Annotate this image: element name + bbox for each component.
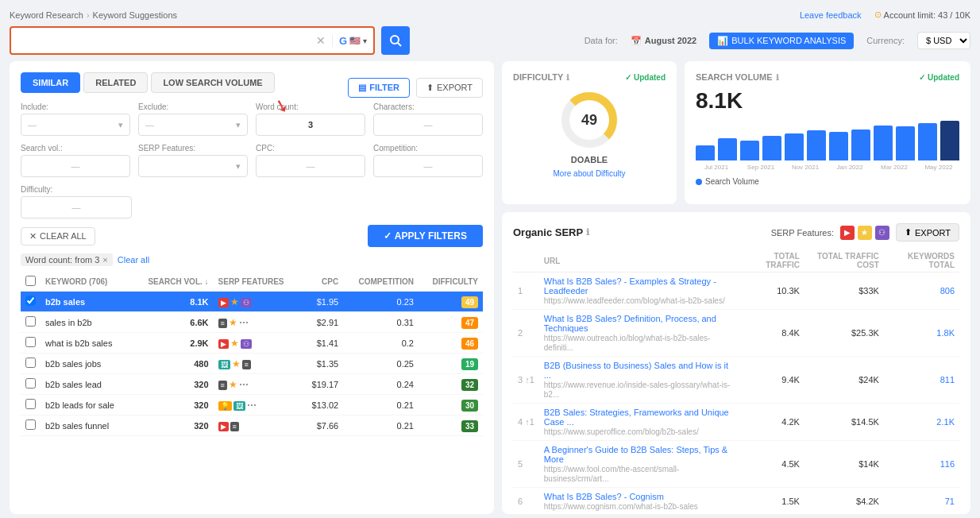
characters-filter: Characters: — (373, 102, 483, 136)
serp-row-traffic-cost: $24K (804, 357, 884, 404)
difficulty-cell: 47 (419, 312, 483, 333)
search-vol-input[interactable]: — (21, 155, 130, 177)
serp-link[interactable]: What Is B2B Sales? - Examples & Strategy… (544, 276, 737, 296)
serp-link[interactable]: B2B (Business to Business) Sales and How… (544, 361, 737, 380)
upload-icon: ⬆ (426, 83, 434, 93)
row-checkbox[interactable] (25, 358, 36, 368)
filter-export: ▤ FILTER ⬆ EXPORT (348, 78, 483, 98)
keyword-table: KEYWORD (706) SEARCH VOL. ↓ SERP FEATURE… (21, 273, 483, 436)
row-checkbox[interactable] (25, 337, 36, 347)
bar-chart: Jul 2021Sep 2021Nov 2021Jan 2022Mar 2022… (696, 118, 959, 174)
chart-bar (718, 138, 737, 160)
serp-info-icon: ℹ (586, 227, 589, 238)
search-box: b2b sales ✕ G 🇺🇸 ▾ (10, 26, 375, 55)
leave-feedback-link[interactable]: Leave feedback (800, 10, 862, 20)
tabs-row: SIMILAR RELATED LOW SEARCH VOLUME ▤ FILT… (21, 72, 483, 102)
serp-row-keywords: 71 (884, 488, 959, 515)
keyword-cell[interactable]: b2b sales funnel (41, 416, 132, 436)
serp-row-num: 6 (513, 488, 539, 515)
data-for-value: August 2022 (645, 36, 696, 45)
google-flag[interactable]: G 🇺🇸 ▾ (332, 35, 367, 47)
top-right-controls: Data for: 📅 August 2022 📊 BULK KEYWORD A… (585, 32, 970, 49)
chart-label: May 2022 (918, 164, 959, 171)
filter-button[interactable]: ▤ FILTER (348, 78, 410, 98)
clear-all-button[interactable]: ✕ CLEAR ALL (21, 227, 95, 245)
include-dropdown[interactable]: — ▾ (21, 114, 130, 136)
serp-yt-icon: ▶ (840, 226, 855, 240)
keyword-cell[interactable]: b2b sales lead (41, 374, 132, 395)
serp-features-filter: SERP Features: ▾ (138, 144, 248, 177)
serp-row-traffic: 9.4K (742, 357, 804, 404)
serp-link[interactable]: What Is B2B Sales? - Cognism (544, 492, 737, 501)
x-icon: ✕ (29, 231, 37, 242)
serp-col-url: URL (539, 249, 742, 273)
serp-link[interactable]: What Is B2B Sales? Definition, Process, … (544, 314, 737, 333)
word-count-chip: Word count: from 3 × (21, 253, 113, 266)
serp-link[interactable]: B2B Sales: Strategies, Frameworks and Un… (544, 408, 737, 427)
word-count-input[interactable]: 3 (256, 114, 365, 136)
serp-row-url: B2B (Business to Business) Sales and How… (539, 357, 742, 404)
chart-bar (896, 126, 915, 160)
difficulty-cell: 32 (419, 374, 483, 395)
serp-col-traffic-cost: TOTAL TRAFFIC COST (804, 249, 884, 273)
keyword-cell[interactable]: sales in b2b (41, 312, 132, 333)
clear-search-icon[interactable]: ✕ (316, 34, 326, 47)
serp-features-dropdown[interactable]: ▾ (138, 155, 248, 177)
keyword-cell[interactable]: b2b sales (41, 292, 132, 312)
row-checkbox[interactable] (25, 296, 36, 306)
cpc-cell: $1.35 (301, 354, 343, 374)
vol-cell: 6.6K (132, 312, 214, 333)
vol-cell: 480 (132, 354, 214, 374)
difficulty-cell: 19 (419, 354, 483, 374)
tab-low-volume[interactable]: LOW SEARCH VOLUME (151, 72, 274, 93)
serp-row-traffic: 4.2K (742, 404, 804, 441)
difficulty-updated-badge: ✓ Updated (625, 73, 666, 82)
row-checkbox[interactable] (25, 378, 36, 388)
tab-similar[interactable]: SIMILAR (21, 72, 80, 93)
competition-input[interactable]: — (373, 155, 483, 177)
difficulty-card-header: DIFFICULTY ℹ ✓ Updated (513, 72, 666, 82)
check-icon: ✓ (625, 73, 631, 82)
clear-all-link[interactable]: Clear all (118, 255, 149, 265)
row-checkbox[interactable] (25, 419, 36, 430)
keyword-cell[interactable]: b2b sales jobs (41, 354, 132, 374)
chart-label: Jul 2021 (696, 164, 737, 171)
characters-input[interactable]: — (373, 114, 483, 136)
chip-close-icon[interactable]: × (102, 255, 107, 265)
select-all-checkbox[interactable] (25, 276, 36, 286)
search-input[interactable]: b2b sales (17, 35, 316, 47)
chart-bar (918, 123, 937, 160)
export-button-top[interactable]: ⬆ EXPORT (416, 78, 483, 98)
chart-bar (785, 133, 804, 160)
apply-filters-button[interactable]: ✓ APPLY FILTERS (368, 225, 483, 247)
exclude-filter: Exclude: — ▾ (138, 102, 248, 136)
keyword-cell[interactable]: what is b2b sales (41, 333, 132, 354)
more-difficulty-link[interactable]: More about Difficulty (513, 169, 666, 178)
serp-features-row: SERP Features: ▶ ★ ⚇ ⬆ EXPORT (771, 223, 959, 242)
filters-grid-2: Search vol.: — SERP Features: ▾ CPC: — C… (21, 144, 483, 177)
keyword-cell[interactable]: b2b leads for sale (41, 395, 132, 416)
serp-cell: ▶★⚇ (214, 292, 302, 312)
col-search-vol[interactable]: SEARCH VOL. ↓ (132, 273, 214, 292)
chart-bar (807, 130, 826, 160)
serp-star-icon: ★ (858, 226, 872, 240)
serp-row-traffic-cost: $14K (804, 441, 884, 488)
bulk-keyword-button[interactable]: 📊 BULK KEYWORD ANALYSIS (709, 33, 854, 49)
exclude-dropdown[interactable]: — ▾ (138, 114, 248, 136)
currency-label: Currency: (866, 36, 905, 45)
serp-url-text: https://www.fool.com/the-ascent/small-bu… (544, 465, 680, 483)
serp-table-row: 6 What Is B2B Sales? - Cognism https://w… (513, 488, 959, 515)
svg-line-1 (398, 43, 401, 46)
serp-export-button[interactable]: ⬆ EXPORT (896, 223, 959, 242)
row-checkbox[interactable] (25, 399, 36, 409)
competition-cell: 0.21 (343, 416, 419, 436)
tab-related[interactable]: RELATED (83, 72, 148, 93)
difficulty-input[interactable]: — (21, 196, 132, 218)
serp-link[interactable]: A Beginner's Guide to B2B Sales: Steps, … (544, 445, 737, 464)
search-button[interactable] (381, 26, 410, 55)
competition-cell: 0.2 (343, 333, 419, 354)
currency-select[interactable]: $ USD € EUR (917, 32, 970, 49)
row-checkbox[interactable] (25, 316, 36, 327)
cpc-input[interactable]: — (256, 155, 365, 177)
breadcrumb-root[interactable]: Keyword Research (10, 10, 83, 20)
